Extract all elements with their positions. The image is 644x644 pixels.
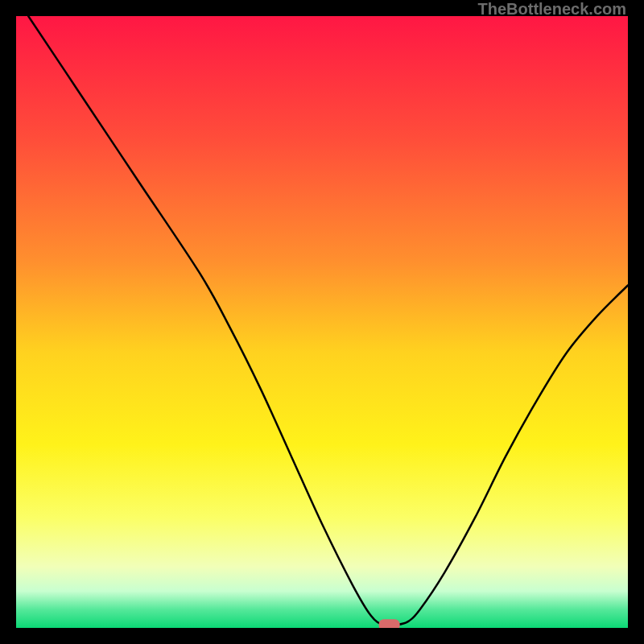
optimal-marker — [379, 619, 400, 628]
watermark-text: TheBottleneck.com — [478, 0, 626, 19]
bottleneck-chart — [16, 16, 628, 628]
chart-frame: TheBottleneck.com — [0, 0, 644, 644]
gradient-background — [16, 16, 628, 628]
plot-area — [16, 16, 628, 628]
